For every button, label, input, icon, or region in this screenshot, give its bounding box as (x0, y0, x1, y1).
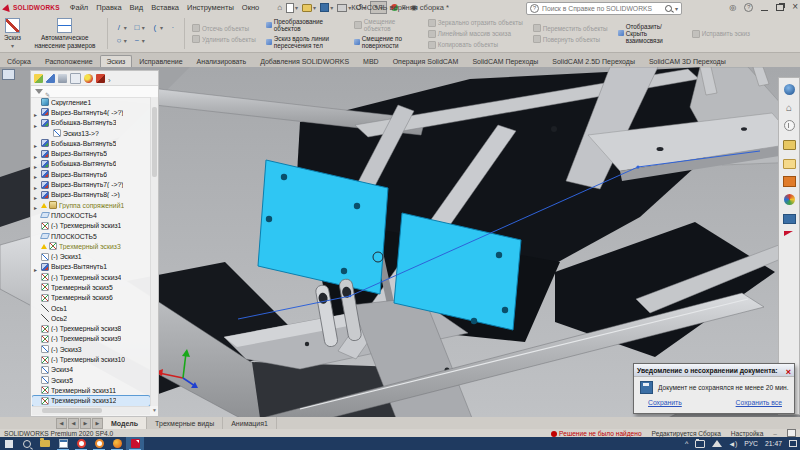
firefox-button[interactable] (108, 437, 126, 450)
feature-tree-item[interactable]: Вырез-Вытянуть1 (32, 262, 150, 272)
ribbon-tab[interactable]: MBD (356, 55, 386, 67)
pane-toggle-icon[interactable] (787, 429, 796, 437)
feature-tree-item[interactable]: (-) Трехмерный эскиз9 (32, 334, 150, 344)
line-tool-button[interactable] (113, 22, 129, 33)
open-document-button[interactable] (302, 3, 316, 12)
browser-app-button[interactable] (90, 437, 108, 450)
solidworks-resources-icon[interactable] (784, 84, 795, 95)
feature-tree-item[interactable]: ПЛОСКОСТЬ4 (32, 210, 150, 220)
ribbon-tab[interactable]: Исправление (132, 55, 189, 67)
ribbon-tab[interactable]: Сборка (0, 55, 38, 67)
ribbon-tab[interactable]: Эскиз (100, 55, 133, 67)
next-tab-button[interactable] (80, 418, 91, 429)
view-tab[interactable]: Модель (103, 417, 147, 429)
expand-arrow-icon[interactable] (34, 114, 39, 132)
tree-vertical-scrollbar[interactable] (150, 97, 158, 406)
file-explorer-button[interactable] (36, 437, 54, 450)
expand-arrow-icon[interactable] (34, 196, 39, 214)
dimxpert-tab-icon[interactable] (70, 73, 81, 84)
clock[interactable]: 21:47 (765, 440, 782, 447)
help-search-box[interactable] (526, 2, 682, 15)
scroll-right-icon[interactable] (142, 407, 150, 415)
ribbon-button[interactable]: Исправить эскиз (692, 30, 756, 38)
feature-tree-item[interactable]: Эскиз4 (32, 365, 150, 375)
scroll-left-icon[interactable] (32, 407, 40, 415)
ribbon-button[interactable]: Повернуть объекты (533, 35, 608, 43)
ribbon-tab[interactable]: Добавления SOLIDWORKS (253, 55, 356, 67)
feature-tree-item[interactable]: Бобышка-Вытянуть5 (32, 138, 150, 148)
displaymanager-tab-icon[interactable] (84, 74, 93, 83)
close-icon[interactable] (786, 361, 791, 379)
document-app-button[interactable] (54, 437, 72, 450)
view-tab[interactable]: Анимация1 (223, 417, 277, 429)
ribbon-tab[interactable]: SolidCAM 2.5D Переходы (545, 55, 642, 67)
smart-dimension-button[interactable]: Автоматическое нанесение размеров (25, 15, 105, 52)
action-center-icon[interactable] (789, 440, 797, 447)
opera-browser-button[interactable] (72, 437, 90, 450)
chevron-down-icon[interactable] (675, 4, 678, 13)
ribbon-button[interactable]: Удлинить объекты (192, 35, 256, 43)
configuration-status[interactable]: Настройка (731, 430, 763, 437)
search-input[interactable] (542, 5, 662, 12)
start-button[interactable] (0, 437, 18, 450)
feature-tree-item[interactable]: Бобышка-Вытянуть6 (32, 159, 150, 169)
first-tab-button[interactable] (56, 418, 67, 429)
configurationmanager-tab-icon[interactable] (58, 74, 67, 83)
arc-tool-button[interactable] (149, 22, 165, 33)
feature-tree-item[interactable]: Вырез-Вытянуть8( ->) (32, 190, 150, 200)
print-button[interactable] (337, 3, 351, 12)
more-tabs-icon[interactable] (108, 69, 111, 87)
view-tab[interactable]: Трехмерные виды (147, 417, 223, 429)
ribbon-button[interactable]: Эскиз вдоль линии пересечения тел (266, 35, 344, 49)
feature-tree-item[interactable]: (-) Эскиз3 (32, 344, 150, 354)
menu-item[interactable]: Правка (92, 2, 125, 13)
featuremanager-tab-icon[interactable] (34, 74, 43, 83)
feature-tree-item[interactable]: Эскиз13->? (32, 128, 150, 138)
wifi-icon[interactable] (712, 440, 722, 447)
feature-tree-item[interactable]: Группа сопряжений1 (32, 200, 150, 210)
feature-tree-item[interactable]: Ось1 (32, 303, 150, 313)
ribbon-tab[interactable]: SolidCAM 3D Переходы (642, 55, 733, 67)
rectangle-tool-button[interactable] (131, 22, 147, 33)
ribbon-button[interactable]: Копировать объекты (428, 41, 523, 49)
feature-tree-item[interactable]: Бобышка-Вытянуть3 (32, 118, 150, 128)
feature-tree-item[interactable]: (-) Трехмерный эскиз8 (32, 324, 150, 334)
ribbon-button[interactable]: Линейный массив эскиза (428, 30, 523, 38)
menu-item[interactable]: Инструменты (183, 2, 238, 13)
search-icon[interactable] (665, 5, 672, 12)
scrollbar-thumb[interactable] (152, 107, 157, 177)
save-button[interactable] (320, 3, 333, 12)
spline-tool-button[interactable] (131, 35, 147, 46)
ribbon-tab[interactable]: Расположение (38, 55, 100, 67)
settings-icon[interactable] (729, 3, 736, 13)
scrollbar-thumb[interactable] (42, 408, 102, 413)
menu-item[interactable]: Окно (238, 2, 263, 13)
feature-tree-item[interactable]: (-) Трехмерный эскиз4 (32, 272, 150, 282)
graphics-area[interactable]: Скругление1 Вырез-Вытянуть4( ->?) Бобышк… (0, 67, 800, 417)
ribbon-button[interactable]: Отсечь объекты (192, 24, 256, 32)
solidworks-taskbar-button[interactable] (126, 437, 144, 450)
scroll-down-icon[interactable] (151, 398, 158, 406)
minimize-button[interactable] (761, 10, 768, 11)
feature-tree-item[interactable]: (-) Трехмерный эскиз1 (32, 221, 150, 231)
recent-documents-icon[interactable] (784, 120, 795, 131)
sketch-tool-button[interactable]: Эскиз (0, 15, 25, 52)
volume-icon[interactable] (729, 440, 737, 447)
feature-tree-item[interactable]: Эскиз5 (32, 375, 150, 385)
feature-tree-item[interactable]: (-) Эскиз1 (32, 251, 150, 261)
feature-tree-item[interactable]: Трехмерный эскиз11 (32, 385, 150, 395)
feature-tree-item[interactable]: Трехмерный эскиз12 (32, 396, 150, 406)
ribbon-button[interactable]: Переместить объекты (533, 24, 608, 32)
file-explorer-icon[interactable] (783, 159, 796, 169)
tray-folder-icon[interactable] (695, 440, 705, 448)
tray-expand-icon[interactable] (685, 440, 688, 447)
circle-tool-button[interactable] (113, 35, 129, 46)
taskbar-search-button[interactable] (18, 437, 36, 450)
ribbon-tab[interactable]: SolidCAM Переходы (465, 55, 545, 67)
help-icon[interactable] (744, 3, 753, 12)
feature-tree-item[interactable]: Ось2 (32, 313, 150, 323)
ribbon-button[interactable]: Смещение по поверхности (354, 35, 418, 49)
scroll-up-icon[interactable] (151, 97, 158, 105)
feature-tree-item[interactable]: ПЛОСКОСТЬ5 (32, 231, 150, 241)
ribbon-button[interactable]: Смещение объектов (354, 18, 418, 32)
